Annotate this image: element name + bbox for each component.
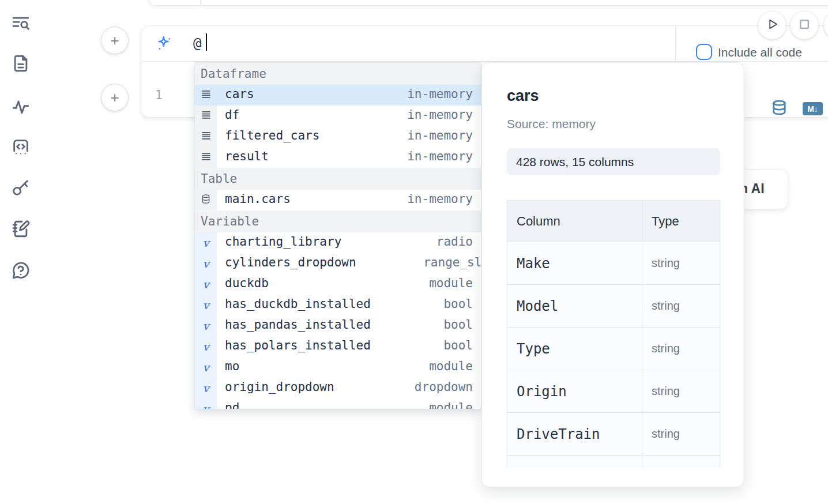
autocomplete-item-cars[interactable]: cars in-memory [195, 85, 481, 106]
dataframe-rows-icon [201, 110, 212, 123]
sidebar-item-snippets[interactable] [11, 137, 31, 157]
table-row: Type string [507, 328, 720, 370]
variable-icon: v [203, 257, 209, 270]
variable-icon: v [203, 382, 209, 394]
markdown-convert-icon[interactable]: M↓ [803, 102, 823, 115]
preview-source: Source: memory [507, 117, 596, 131]
variable-icon: v [203, 278, 209, 291]
stop-icon [796, 16, 813, 35]
previous-cell-bottom [147, 0, 828, 6]
activity-icon [11, 107, 31, 117]
ai-prompt-input[interactable]: @ [193, 35, 201, 51]
autocomplete-item-origin-dropdown[interactable]: v origin_dropdown dropdown [195, 378, 481, 398]
include-all-code-checkbox[interactable] [696, 44, 712, 60]
autocomplete-item-main-cars[interactable]: main.cars in-memory [195, 190, 481, 210]
sidebar-item-scratchpad[interactable] [11, 219, 31, 239]
sidebar-item-secrets[interactable] [11, 178, 31, 197]
add-cell-above-button[interactable]: + [101, 27, 129, 54]
autocomplete-item-has-pandas-installed[interactable]: v has_pandas_installed bool [195, 315, 481, 336]
table-row: Origin string [507, 370, 720, 413]
variable-icon: v [203, 361, 209, 374]
variable-icon: v [203, 319, 209, 332]
variable-icon: v [203, 340, 209, 353]
notebook-pen-icon [11, 231, 31, 240]
text-search-icon [11, 25, 31, 35]
key-icon [11, 189, 31, 199]
column-header: Column [507, 201, 642, 242]
input-row-divider [675, 26, 676, 62]
section-header-variable: Variable [195, 210, 481, 232]
table-row: DriveTrain string [507, 413, 720, 456]
section-header-table: Table [195, 168, 481, 190]
file-text-icon [11, 65, 31, 75]
variable-icon: v [203, 299, 209, 311]
autocomplete-item-filtered-cars[interactable]: filtered_cars in-memory [195, 126, 481, 147]
table-row: Make string [507, 242, 720, 285]
code-square-icon [11, 149, 31, 159]
dataframe-rows-icon [201, 130, 212, 144]
run-cell-button[interactable] [758, 12, 786, 39]
stop-cell-button[interactable] [791, 12, 818, 39]
previous-cell-divider [200, 0, 201, 5]
autocomplete-item-df[interactable]: df in-memory [195, 106, 481, 126]
text-cursor [206, 33, 207, 51]
autocomplete-item-cylinders-dropdown[interactable]: v cylinders_dropdown range_sli [195, 253, 481, 274]
type-header: Type [642, 201, 720, 242]
dataframe-rows-icon [201, 89, 212, 102]
database-icon [201, 194, 211, 206]
table-row-partial [507, 456, 720, 468]
dataframe-rows-icon [201, 151, 212, 164]
table-header-row: Column Type [507, 200, 720, 242]
add-cell-below-button[interactable]: + [101, 84, 129, 111]
preview-schema-table: Column Type Make string Model string Typ… [507, 200, 720, 468]
autocomplete-item-pd[interactable]: v pd module [195, 398, 481, 409]
datasources-icon[interactable] [771, 99, 788, 116]
ai-prompt-row: @ Include all code [141, 26, 828, 62]
sidebar-item-search[interactable] [11, 14, 31, 33]
sidebar-item-tracing[interactable] [11, 96, 31, 115]
table-row: Model string [507, 285, 720, 328]
marimo-notebook-app: + + @ Include all code 1 M↓ [0, 0, 828, 504]
line-number: 1 [155, 88, 163, 102]
autocomplete-item-charting-library[interactable]: v charting_library radio [195, 232, 481, 253]
autocomplete-item-duckdb[interactable]: v duckdb module [195, 274, 481, 295]
preview-title: cars [507, 87, 539, 105]
autocomplete-popup: Dataframe cars in-memory df in-memory fi… [194, 62, 481, 409]
include-all-code-label[interactable]: Include all code [718, 46, 802, 59]
sidebar-item-help[interactable] [11, 261, 31, 280]
autocomplete-item-result[interactable]: result in-memory [195, 147, 481, 168]
sparkles-ai-icon [155, 35, 174, 53]
preview-shape-badge: 428 rows, 15 columns [507, 148, 720, 175]
section-header-dataframe: Dataframe [195, 63, 481, 85]
completion-preview-panel: cars Source: memory 428 rows, 15 columns… [481, 62, 744, 487]
play-icon [763, 16, 781, 35]
variable-icon: v [203, 403, 209, 409]
autocomplete-item-mo[interactable]: v mo module [195, 357, 481, 378]
variable-icon: v [203, 236, 209, 249]
sidebar-item-files[interactable] [11, 54, 31, 73]
help-chat-icon [11, 272, 31, 282]
autocomplete-item-has-polars-installed[interactable]: v has_polars_installed bool [195, 336, 481, 357]
autocomplete-item-has-duckdb-installed[interactable]: v has_duckdb_installed bool [195, 295, 481, 315]
